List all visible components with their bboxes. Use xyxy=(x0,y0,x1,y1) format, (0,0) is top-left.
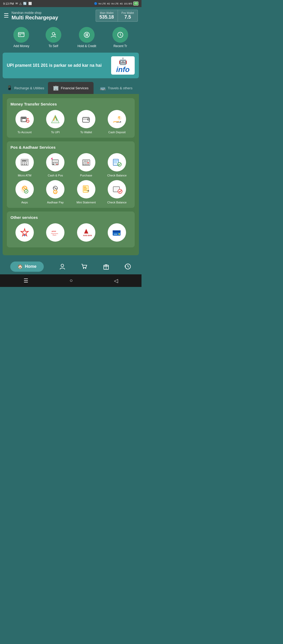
svg-rect-31 xyxy=(24,164,25,165)
tab-financial-label: Financial Services xyxy=(61,86,89,90)
svg-point-81 xyxy=(83,268,84,269)
svg-rect-36 xyxy=(55,162,56,163)
quick-action-recent-tr[interactable]: Recent Tr xyxy=(112,27,128,48)
svg-rect-45 xyxy=(87,162,89,163)
service-cash-pos[interactable]: Cash & Pos xyxy=(41,153,70,177)
hold-credit-label: Hold & Credit xyxy=(78,44,96,48)
other-services-section: Other services airtel Payme xyxy=(7,212,135,247)
drive-icon: △ xyxy=(19,2,21,5)
svg-rect-29 xyxy=(26,162,27,163)
svg-rect-63 xyxy=(84,187,86,187)
main-wallet-label: Main Wallet xyxy=(100,12,114,14)
svg-rect-6 xyxy=(87,33,88,36)
service-axis[interactable]: AXIS BANK xyxy=(72,223,100,244)
content-area: Money Transfer Services To Account xyxy=(3,94,139,255)
mini-statement-label: Mini Statement xyxy=(77,201,96,204)
svg-text:SALE: SALE xyxy=(84,160,88,162)
svg-point-21 xyxy=(88,119,89,120)
to-wallet-circle xyxy=(77,110,95,128)
profile-nav-button[interactable] xyxy=(59,263,66,270)
android-menu-btn[interactable]: ☰ xyxy=(24,277,28,284)
to-upi-label: To UPI xyxy=(51,130,60,134)
android-back-btn[interactable]: ◁ xyxy=(114,277,118,284)
cash-deposit-label: Cash Deposit xyxy=(108,130,126,134)
svg-rect-34 xyxy=(53,160,58,162)
svg-rect-46 xyxy=(83,164,85,165)
check-balance-1-label: Check Balance xyxy=(107,174,127,177)
android-home-btn[interactable]: ○ xyxy=(69,277,73,284)
svg-rect-65 xyxy=(84,189,87,190)
data-speed: 101 B/S xyxy=(124,2,132,5)
svg-rect-5 xyxy=(86,33,86,36)
to-upi-circle xyxy=(46,110,64,128)
quick-action-hold-credit[interactable]: Hold & Credit xyxy=(78,27,96,48)
service-micro-atm[interactable]: ATM Micro ATM xyxy=(10,153,39,177)
add-money-label: Add Money xyxy=(13,44,29,48)
svg-rect-28 xyxy=(24,162,25,163)
service-airtel[interactable]: airtel Payments Bank xyxy=(41,223,70,244)
service-check-balance-2[interactable]: Check Balance xyxy=(103,180,131,204)
airtel-circle: airtel Payments Bank xyxy=(46,223,64,242)
svg-text:Bank: Bank xyxy=(53,234,57,236)
header-title-block: Nandran mobile shop Multi Rechargepay xyxy=(12,11,58,21)
mini-statement-circle xyxy=(77,180,95,198)
tab-financial[interactable]: 🏢 Financial Services xyxy=(48,82,93,94)
aadhaar-pay-circle: ⚠ xyxy=(46,180,64,198)
svg-point-80 xyxy=(61,264,64,267)
battery-indicator: 49 xyxy=(133,2,138,5)
svg-rect-43 xyxy=(83,162,85,163)
svg-rect-44 xyxy=(85,162,87,163)
service-to-account[interactable]: To Account xyxy=(10,110,39,134)
other-services-title: Other services xyxy=(10,215,131,220)
service-card[interactable] xyxy=(103,223,131,244)
svg-rect-51 xyxy=(114,162,117,162)
pos-wallet: Pos Wallet 7.5 xyxy=(118,10,138,22)
signal-4g2-icon: 4G xyxy=(120,2,123,5)
purchase-label: Purchase xyxy=(80,174,92,177)
svg-rect-37 xyxy=(56,162,58,163)
svg-rect-50 xyxy=(114,160,118,161)
service-to-wallet[interactable]: To Wallet xyxy=(72,110,100,134)
service-aadhaar-pay[interactable]: ⚠ Aadhaar Pay xyxy=(41,180,70,204)
service-star[interactable] xyxy=(10,223,39,244)
tab-recharge-label: Recharge & Utilities xyxy=(14,86,44,90)
service-check-balance-1[interactable]: Check Balance xyxy=(103,153,131,177)
home-icon: 🏠 xyxy=(18,264,23,269)
svg-rect-66 xyxy=(84,190,87,191)
tab-travels[interactable]: 🚌 Travels & others xyxy=(94,82,139,94)
svg-rect-39 xyxy=(56,164,58,165)
signal-4g-icon: 4G xyxy=(107,2,110,5)
recent-tr-label: Recent Tr xyxy=(113,44,127,48)
check-balance-2-label: Check Balance xyxy=(107,201,127,204)
menu-icon[interactable]: ☰ xyxy=(4,12,9,19)
pos-aadhaar-grid: ATM Micro ATM xyxy=(10,153,131,204)
quick-action-add-money[interactable]: Add Money xyxy=(13,27,29,48)
signal-vo-icon: Vo LTE xyxy=(98,2,106,5)
service-purchase[interactable]: SALE Purchase xyxy=(72,153,100,177)
check-balance-1-circle xyxy=(108,153,126,171)
recharge-tab-icon: 📱 xyxy=(7,85,12,91)
service-to-upi[interactable]: To UPI xyxy=(41,110,70,134)
recent-tr-circle xyxy=(112,27,128,43)
micro-atm-circle: ATM xyxy=(15,153,34,171)
history-nav-button[interactable] xyxy=(124,263,131,270)
info-label: info xyxy=(116,65,129,74)
status-bar: 9:13 PM ✉ △ 🔄 ⬜ 🔵 Vo LTE 4G Vo LTE 4G 10… xyxy=(0,0,142,7)
svg-rect-64 xyxy=(84,188,87,188)
svg-text:ATM: ATM xyxy=(22,160,26,162)
svg-rect-27 xyxy=(21,162,23,163)
service-cash-deposit[interactable]: ₹ Cash Deposit xyxy=(103,110,131,134)
cart-nav-button[interactable] xyxy=(81,263,88,270)
main-wallet-amount: 535.18 xyxy=(100,14,114,20)
gifts-nav-button[interactable] xyxy=(103,263,110,270)
service-aeps[interactable]: Aeps xyxy=(10,180,39,204)
home-label: Home xyxy=(25,264,36,269)
tab-recharge[interactable]: 📱 Recharge & Utilities xyxy=(3,82,48,94)
status-right: 🔵 Vo LTE 4G Vo LTE 4G 101 B/S 49 xyxy=(94,2,138,5)
signal-vo2-icon: Vo LTE xyxy=(111,2,119,5)
svg-rect-38 xyxy=(53,164,54,165)
quick-action-to-self[interactable]: To Self xyxy=(46,27,61,48)
service-mini-statement[interactable]: Mini Statement xyxy=(72,180,100,204)
svg-rect-48 xyxy=(87,164,89,165)
home-nav-button[interactable]: 🏠 Home xyxy=(10,262,44,272)
